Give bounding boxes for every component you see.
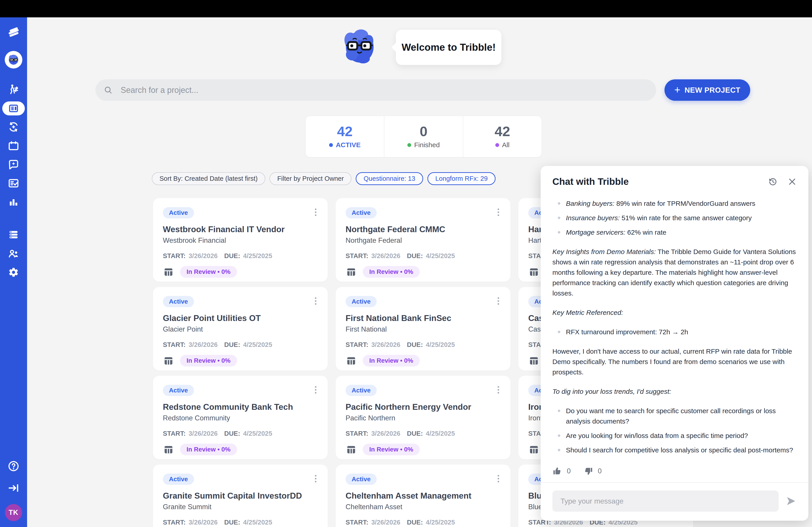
thumbs-up-icon[interactable] — [552, 466, 562, 476]
task-checklist-icon[interactable] — [8, 177, 20, 189]
status-badge: Active — [346, 385, 377, 396]
questionnaire-chip[interactable]: Questionnaire: 13 — [356, 172, 423, 185]
thumbs-down-icon[interactable] — [583, 466, 593, 476]
status-badge: Active — [163, 473, 194, 485]
all-dot — [495, 143, 499, 147]
walking-person-transfer-icon[interactable] — [8, 84, 20, 95]
project-card[interactable]: Active Redstone Community Bank Tech Reds… — [153, 376, 328, 460]
calendar-icon[interactable] — [8, 140, 20, 152]
tribble-mascot-avatar[interactable] — [5, 51, 22, 69]
card-menu-button[interactable] — [496, 296, 501, 306]
project-client: Northgate Federal — [346, 237, 501, 244]
card-menu-button[interactable] — [314, 207, 318, 217]
search-input[interactable] — [96, 79, 656, 101]
project-card[interactable]: Active Glacier Point Utilities OT Glacie… — [153, 287, 328, 371]
chat-header: Chat with Tribble — [552, 176, 797, 187]
status-badge: Active — [163, 385, 194, 396]
filter-bar: Sort By: Created Date (latest first) Fil… — [152, 172, 495, 185]
questionnaire-table-icon — [346, 356, 357, 366]
chat-bullet-item: Mortgage servicers: 62% win rate — [566, 227, 797, 238]
stat-finished[interactable]: 0 Finished — [384, 116, 463, 157]
project-title: Cheltenham Asset Management — [346, 491, 501, 501]
card-menu-button[interactable] — [314, 385, 318, 395]
active-label: ACTIVE — [336, 141, 361, 149]
chat-paragraph: Key Metric Referenced: — [552, 307, 797, 318]
card-menu-button[interactable] — [496, 473, 501, 484]
questionnaire-table-icon — [528, 444, 539, 455]
welcome-text: Welcome to Tribble! — [402, 42, 495, 53]
chat-bullet-item: Should I search for competitive loss ana… — [566, 445, 797, 455]
project-client: Westbrook Financial — [163, 237, 318, 244]
app-screen: TK Welcome to Tribble! + NEW PROJECT 42 … — [0, 0, 812, 527]
project-search — [96, 79, 656, 101]
chat-bullet-list: Do you want me to search for specific cu… — [552, 406, 797, 455]
chat-bullet-list: Banking buyers: 89% win rate for TPRM/Ve… — [552, 198, 797, 238]
filter-owner-chip[interactable]: Filter by Project Owner — [270, 172, 351, 185]
chat-feedback: 0 0 — [552, 466, 797, 476]
project-title: Redstone Community Bank Tech — [163, 402, 318, 412]
chat-paragraph: What aspect of our RFP losses would you … — [552, 464, 797, 465]
project-client: Glacier Point — [163, 325, 318, 333]
project-card[interactable]: Active Pacific Northern Energy Vendor Pa… — [336, 376, 510, 460]
new-project-label: NEW PROJECT — [684, 86, 740, 94]
project-card[interactable]: Active Granite Summit Capital InvestorDD… — [153, 465, 328, 527]
chat-message-input[interactable] — [552, 491, 779, 512]
finished-label: Finished — [414, 141, 440, 149]
projects-grid-icon[interactable] — [2, 102, 25, 116]
content-rows-icon[interactable] — [8, 229, 20, 241]
project-dates: START:3/26/2026 DUE:4/25/2025 — [163, 341, 318, 348]
project-title: Pacific Northern Energy Vendor — [346, 402, 501, 412]
settings-gear-icon[interactable] — [7, 266, 20, 278]
card-menu-button[interactable] — [314, 296, 318, 306]
project-card[interactable]: Active Northgate Federal CMMC Northgate … — [336, 198, 510, 282]
chat-bullet-item: Banking buyers: 89% win rate for TPRM/Ve… — [566, 198, 797, 209]
chat-paragraph: Key Insights from Demo Materials: The Tr… — [552, 246, 797, 298]
project-dates: START:3/26/2026 DUE:4/25/2025 — [346, 341, 501, 348]
new-project-button[interactable]: + NEW PROJECT — [665, 79, 750, 101]
project-dates: START:3/26/2026 DUE:4/25/2025 — [346, 430, 501, 437]
stat-active[interactable]: 42 ACTIVE — [306, 116, 384, 157]
project-stats-card: 42 ACTIVE 0 Finished 42 All — [305, 116, 542, 157]
questionnaire-table-icon — [528, 267, 539, 277]
search-icon — [103, 86, 113, 95]
chat-paragraph: However, I don't have access to our actu… — [552, 346, 797, 377]
review-progress-badge: In Review • 0% — [363, 266, 420, 278]
chat-title: Chat with Tribble — [552, 176, 758, 187]
all-count: 42 — [495, 124, 510, 138]
project-card[interactable]: Active Cheltenham Asset Management Chelt… — [336, 465, 510, 527]
active-dot — [329, 143, 333, 147]
card-menu-button[interactable] — [314, 473, 318, 484]
stat-all[interactable]: 42 All — [463, 116, 541, 157]
questionnaire-table-icon — [163, 444, 174, 455]
tribble-logo-icon[interactable] — [6, 25, 21, 40]
help-icon[interactable] — [7, 460, 20, 472]
project-client: Pacific Northern — [346, 414, 501, 422]
bar-chart-icon[interactable] — [8, 196, 20, 208]
status-badge: Active — [346, 207, 377, 219]
send-icon[interactable] — [785, 495, 797, 507]
project-dates: START:3/26/2026 DUE:4/25/2025 — [163, 252, 318, 260]
project-card[interactable]: Active First National Bank FinSec First … — [336, 287, 510, 371]
project-dates: START:3/26/2026 DUE:4/25/2025 — [346, 252, 501, 260]
project-title: Glacier Point Utilities OT — [163, 314, 318, 323]
project-client: Cheltenham Asset — [346, 503, 501, 511]
review-progress-badge: In Review • 0% — [180, 355, 237, 366]
project-card[interactable]: Active Westbrook Financial IT Vendor Wes… — [153, 198, 328, 282]
review-progress-badge: In Review • 0% — [180, 266, 237, 278]
questionnaire-table-icon — [346, 267, 357, 277]
users-icon[interactable] — [8, 247, 20, 260]
sync-sparkle-icon[interactable] — [8, 121, 20, 133]
review-progress-badge: In Review • 0% — [180, 443, 237, 455]
chat-paragraph: To dig into your loss trends, I'd sugges… — [552, 386, 797, 397]
longform-rfx-chip[interactable]: Longform RFx: 29 — [427, 172, 495, 185]
history-icon[interactable] — [768, 177, 778, 187]
status-badge: Active — [163, 207, 194, 219]
sort-by-chip[interactable]: Sort By: Created Date (latest first) — [152, 172, 265, 185]
user-avatar[interactable]: TK — [5, 504, 22, 521]
logout-icon[interactable] — [8, 482, 20, 494]
chat-panel: Chat with Tribble Banking buyers: 89% wi… — [541, 166, 808, 521]
chat-sparkle-icon[interactable] — [8, 159, 20, 171]
close-icon[interactable] — [788, 177, 797, 186]
card-menu-button[interactable] — [496, 385, 501, 395]
card-menu-button[interactable] — [496, 207, 501, 217]
